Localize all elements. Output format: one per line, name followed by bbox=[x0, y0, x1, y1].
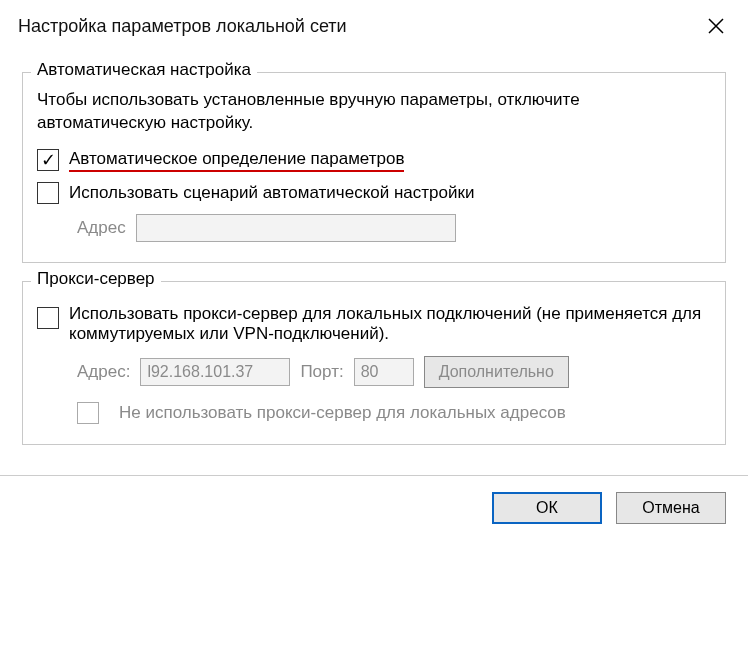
script-address-label: Адрес bbox=[77, 218, 126, 238]
use-proxy-checkbox[interactable] bbox=[37, 307, 59, 329]
close-icon bbox=[708, 18, 724, 34]
titlebar: Настройка параметров локальной сети bbox=[0, 0, 748, 46]
proxy-address-row: Адрес: Порт: Дополнительно bbox=[77, 356, 711, 388]
auto-config-title: Автоматическая настройка bbox=[31, 60, 257, 80]
proxy-port-input bbox=[354, 358, 414, 386]
use-script-checkbox[interactable] bbox=[37, 182, 59, 204]
ok-button[interactable]: ОК bbox=[492, 492, 602, 524]
use-script-label: Использовать сценарий автоматической нас… bbox=[69, 183, 474, 203]
bypass-local-row: Не использовать прокси-сервер для локаль… bbox=[77, 402, 711, 424]
auto-detect-row: Автоматическое определение параметров bbox=[37, 149, 711, 172]
use-script-row: Использовать сценарий автоматической нас… bbox=[37, 182, 711, 204]
cancel-button[interactable]: Отмена bbox=[616, 492, 726, 524]
proxy-address-input bbox=[140, 358, 290, 386]
proxy-group: Прокси-сервер Использовать прокси-сервер… bbox=[22, 281, 726, 445]
advanced-button: Дополнительно bbox=[424, 356, 569, 388]
bypass-local-label: Не использовать прокси-сервер для локаль… bbox=[119, 403, 566, 423]
auto-detect-label: Автоматическое определение параметров bbox=[69, 149, 404, 172]
dialog-footer: ОК Отмена bbox=[0, 475, 748, 540]
proxy-port-label: Порт: bbox=[300, 362, 343, 382]
auto-config-group: Автоматическая настройка Чтобы использов… bbox=[22, 72, 726, 263]
script-address-input bbox=[136, 214, 456, 242]
script-address-row: Адрес bbox=[77, 214, 711, 242]
proxy-title: Прокси-сервер bbox=[31, 269, 161, 289]
use-proxy-label: Использовать прокси-сервер для локальных… bbox=[69, 304, 711, 344]
bypass-local-checkbox bbox=[77, 402, 99, 424]
dialog-title: Настройка параметров локальной сети bbox=[18, 16, 347, 37]
auto-config-description: Чтобы использовать установленные вручную… bbox=[37, 89, 711, 135]
use-proxy-row: Использовать прокси-сервер для локальных… bbox=[37, 304, 711, 344]
close-button[interactable] bbox=[696, 10, 736, 42]
lan-settings-dialog: Настройка параметров локальной сети Авто… bbox=[0, 0, 748, 540]
proxy-address-label: Адрес: bbox=[77, 362, 130, 382]
auto-detect-checkbox[interactable] bbox=[37, 149, 59, 171]
